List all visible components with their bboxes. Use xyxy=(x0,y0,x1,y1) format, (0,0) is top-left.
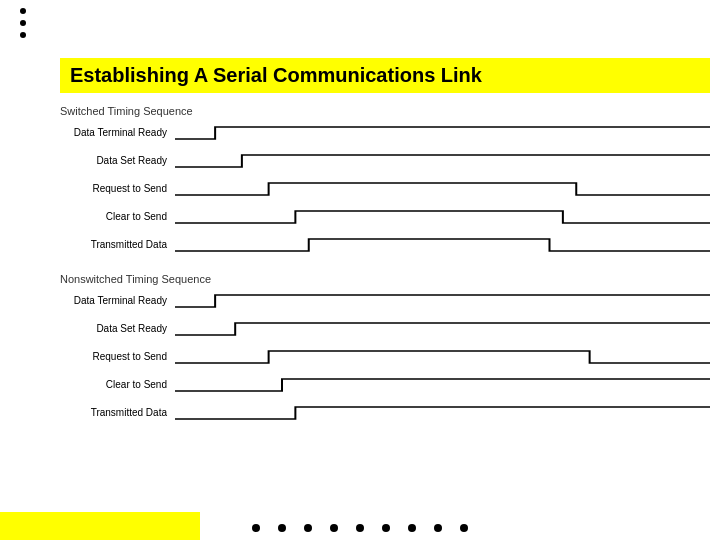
signal-label-dtr-nonswitched: Data Terminal Ready xyxy=(60,295,175,306)
signal-label-dsr-nonswitched: Data Set Ready xyxy=(60,323,175,334)
bullet-2 xyxy=(20,20,26,26)
signal-label-dtr-switched: Data Terminal Ready xyxy=(60,127,175,138)
nav-dot-5[interactable] xyxy=(356,524,364,532)
signal-wave-cts-switched xyxy=(175,205,710,227)
signal-wave-rts-switched xyxy=(175,177,710,199)
nav-dot-3[interactable] xyxy=(304,524,312,532)
nav-dot-1[interactable] xyxy=(252,524,260,532)
signal-wave-dsr-switched xyxy=(175,149,710,171)
bullet-3 xyxy=(20,32,26,38)
page-container: Establishing A Serial Communications Lin… xyxy=(0,0,720,540)
page-title: Establishing A Serial Communications Lin… xyxy=(70,64,482,86)
signal-label-rts-switched: Request to Send xyxy=(60,183,175,194)
switched-section: Switched Timing Sequence Data Terminal R… xyxy=(60,105,710,255)
signal-row-td-nonswitched: Transmitted Data xyxy=(60,401,710,423)
signal-wave-dsr-nonswitched xyxy=(175,317,710,339)
nav-dot-6[interactable] xyxy=(382,524,390,532)
signal-row-dsr-switched: Data Set Ready xyxy=(60,149,710,171)
nav-dot-4[interactable] xyxy=(330,524,338,532)
nonswitched-section: Nonswitched Timing Sequence Data Termina… xyxy=(60,273,710,423)
signal-wave-td-switched xyxy=(175,233,710,255)
signal-wave-td-nonswitched xyxy=(175,401,710,423)
signal-label-td-nonswitched: Transmitted Data xyxy=(60,407,175,418)
signal-row-dtr-switched: Data Terminal Ready xyxy=(60,121,710,143)
signal-row-cts-switched: Clear to Send xyxy=(60,205,710,227)
switched-title: Switched Timing Sequence xyxy=(60,105,710,117)
nav-dot-8[interactable] xyxy=(434,524,442,532)
signal-row-cts-nonswitched: Clear to Send xyxy=(60,373,710,395)
signal-label-cts-nonswitched: Clear to Send xyxy=(60,379,175,390)
signal-label-rts-nonswitched: Request to Send xyxy=(60,351,175,362)
signal-wave-cts-nonswitched xyxy=(175,373,710,395)
title-bar: Establishing A Serial Communications Lin… xyxy=(60,58,710,93)
nav-dot-7[interactable] xyxy=(408,524,416,532)
nav-dot-9[interactable] xyxy=(460,524,468,532)
nonswitched-title: Nonswitched Timing Sequence xyxy=(60,273,710,285)
signal-row-dtr-nonswitched: Data Terminal Ready xyxy=(60,289,710,311)
signal-label-td-switched: Transmitted Data xyxy=(60,239,175,250)
signal-row-td-switched: Transmitted Data xyxy=(60,233,710,255)
diagram-area: Switched Timing Sequence Data Terminal R… xyxy=(60,105,710,510)
bullet-1 xyxy=(20,8,26,14)
signal-row-rts-switched: Request to Send xyxy=(60,177,710,199)
signal-wave-dtr-nonswitched xyxy=(175,289,710,311)
signal-wave-dtr-switched xyxy=(175,121,710,143)
signal-row-rts-nonswitched: Request to Send xyxy=(60,345,710,367)
nav-dot-2[interactable] xyxy=(278,524,286,532)
signal-label-cts-switched: Clear to Send xyxy=(60,211,175,222)
signal-label-dsr-switched: Data Set Ready xyxy=(60,155,175,166)
nav-dots-container xyxy=(0,524,720,532)
signal-wave-rts-nonswitched xyxy=(175,345,710,367)
signal-row-dsr-nonswitched: Data Set Ready xyxy=(60,317,710,339)
bullet-area xyxy=(20,8,26,38)
